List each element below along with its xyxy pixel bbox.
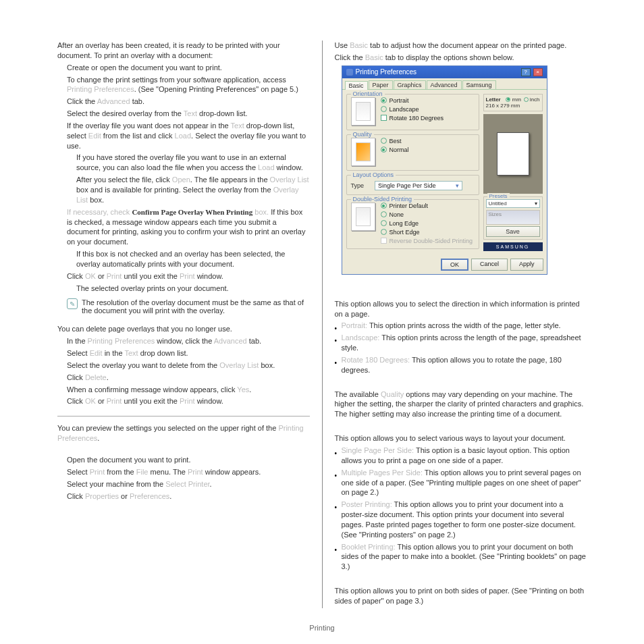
check-reverse: Reverse Double-Sided Printing	[381, 238, 473, 244]
tab-basic[interactable]: Basic	[345, 81, 368, 90]
blank: Print	[107, 397, 122, 405]
step: Create or open the document you want to …	[57, 63, 310, 73]
group-double-sided: Double-Sided Printing Printer Default No…	[346, 199, 479, 249]
tab-paper[interactable]: Paper	[369, 80, 393, 89]
step: Click Properties or Preferences.	[57, 491, 310, 502]
bullet-portrait: Portrait: This option prints across the …	[335, 321, 587, 331]
radio-printer-default[interactable]: Printer Default	[381, 203, 473, 209]
blank: Text	[124, 349, 138, 357]
step: Select Edit in the Text drop down list.	[57, 348, 310, 358]
orientation-thumb	[351, 97, 375, 126]
step: To change the print settings from your s…	[57, 75, 310, 95]
blank: Edit	[88, 132, 101, 140]
page-preview	[483, 114, 543, 194]
step: Select the desired overlay from the Text…	[57, 109, 310, 119]
type-label: Type	[351, 182, 365, 189]
blank: Advanced	[97, 97, 130, 105]
dsp-thumb	[351, 203, 375, 231]
dsp-desc: This option allows you to print on both …	[335, 586, 587, 606]
blank: Landscape:	[342, 333, 380, 342]
blank: Properties	[85, 492, 119, 500]
quality-thumb	[351, 138, 375, 166]
tab-advanced[interactable]: Advanced	[427, 80, 462, 89]
bullet-rotate: Rotate 180 Degrees: This option allows y…	[335, 355, 587, 375]
unit-inch[interactable]: inch	[524, 97, 540, 103]
blank: Advanced	[214, 337, 247, 345]
quality-desc: The available Quality options may vary d…	[335, 390, 587, 420]
cancel-button[interactable]: Cancel	[471, 259, 508, 271]
app-icon	[346, 69, 353, 76]
printing-preferences-dialog: Printing Preferences ? × Basic Paper Gra…	[342, 65, 547, 275]
step: Select Print from the File menu. The Pri…	[57, 467, 310, 477]
dialog-tabs: Basic Paper Graphics Advanced Samsung	[342, 78, 547, 90]
blank: Open	[172, 176, 190, 184]
group-layout: Layout Options Type Single Page Per Side…	[346, 175, 479, 195]
bullet-poster: Poster Printing: This option allows you …	[335, 500, 587, 539]
unit-mm[interactable]: mm	[506, 97, 520, 103]
note-block: ✎ The resolution of the overlay document…	[57, 298, 310, 315]
preview-intro: You can preview the settings you selecte…	[57, 423, 310, 444]
preset-combo[interactable]: Untitled▾	[486, 199, 540, 208]
step: Select your machine from the Select Prin…	[57, 479, 310, 489]
save-button[interactable]: Save	[486, 226, 540, 237]
bullet-single-page: Single Page Per Side: This option is a b…	[335, 446, 587, 466]
chevron-down-icon: ▾	[456, 182, 459, 189]
radio-normal[interactable]: Normal	[381, 146, 409, 153]
note-icon: ✎	[67, 298, 78, 309]
blank: Printing Preferences	[67, 85, 134, 93]
blank: Print	[180, 397, 195, 405]
basic-intro2: Click the Basic tab to display the optio…	[335, 53, 587, 63]
step-confirm: If necessary, check Confirm Page Overlay…	[57, 207, 310, 247]
blank: Basic	[350, 41, 368, 49]
radio-portrait[interactable]: Portrait	[381, 97, 444, 104]
layout-desc: This option allows you to select various…	[335, 433, 587, 444]
step-sub: If you have stored the overlay file you …	[57, 153, 310, 173]
tab-graphics[interactable]: Graphics	[394, 80, 426, 89]
blank: Single Page Per Side:	[342, 446, 414, 454]
brand-logo: SAMSUNG	[483, 242, 543, 251]
blank: Multiple Pages Per Side:	[342, 468, 423, 477]
bullet-booklet: Booklet Printing: This option allows you…	[335, 542, 587, 572]
step: If the overlay file you want does not ap…	[57, 121, 310, 151]
radio-none[interactable]: None	[381, 211, 473, 218]
blank: Poster Printing:	[342, 500, 392, 508]
blank: Printing Preferences	[88, 337, 155, 345]
blank: Booklet Printing:	[342, 543, 396, 551]
ok-button[interactable]: OK	[441, 259, 468, 271]
blank: OK	[85, 397, 96, 405]
bullet-landscape: Landscape: This option prints across the…	[335, 333, 587, 353]
preset-list: Sizes	[486, 210, 540, 225]
radio-best[interactable]: Best	[381, 138, 409, 144]
radio-short-edge[interactable]: Short Edge	[381, 229, 473, 236]
group-quality: Quality Best Normal	[346, 134, 479, 171]
blank: Yes	[237, 385, 249, 394]
blank: File	[136, 468, 149, 476]
delete-intro: You can delete page overlays that you no…	[57, 324, 310, 334]
check-rotate[interactable]: Rotate 180 Degrees	[381, 115, 444, 122]
note-text: The resolution of the overlay document m…	[82, 298, 310, 315]
blank: Preferences	[130, 492, 169, 500]
step: Open the document you want to print.	[57, 455, 310, 465]
divider	[57, 416, 310, 417]
tab-samsung[interactable]: Samsung	[462, 80, 496, 89]
help-button[interactable]: ?	[521, 68, 531, 76]
blank: Select Printer	[165, 480, 209, 488]
radio-landscape[interactable]: Landscape	[381, 106, 444, 113]
orientation-desc: This option allows you to select the dir…	[335, 299, 587, 319]
bullet-multi-page: Multiple Pages Per Side: This option all…	[335, 468, 587, 498]
page-footer: Printing	[0, 624, 644, 632]
step: Click OK or Print until you exit the Pri…	[57, 271, 310, 281]
step: When a confirming message window appears…	[57, 385, 310, 395]
dialog-titlebar: Printing Preferences ? ×	[342, 66, 547, 78]
apply-button[interactable]: Apply	[510, 259, 543, 271]
group-orientation: Orientation Portrait Landscape Rotate 18…	[346, 94, 479, 130]
blank: Text	[184, 109, 197, 117]
blank: Basic	[365, 53, 383, 61]
blank: Quality	[381, 390, 404, 398]
close-button[interactable]: ×	[533, 68, 543, 76]
radio-long-edge[interactable]: Long Edge	[381, 220, 473, 227]
type-combo[interactable]: Single Page Per Side▾	[375, 181, 462, 190]
blank: Portrait:	[342, 321, 368, 329]
blank: Text	[231, 122, 244, 130]
blank: Rotate 180 Degrees:	[342, 356, 410, 364]
